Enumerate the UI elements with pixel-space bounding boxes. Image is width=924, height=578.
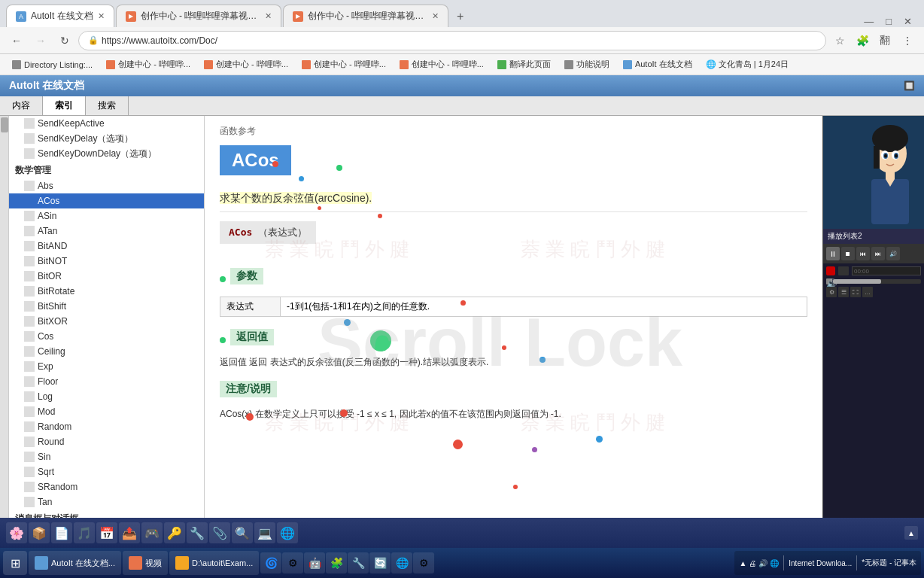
sidebar-item-atan[interactable]: ATan [9,224,204,239]
dock2-icon-11[interactable]: 🔍 [232,522,253,543]
sidebar-item-sendkeepactive[interactable]: SendKeepActive [9,116,204,131]
sidebar-icon-sendkeepactive [24,118,35,129]
dock2-icon-6[interactable]: 📤 [119,522,140,543]
address-text: https://www.autoitx.com/Doc/ [102,35,217,46]
dock2-icon-13[interactable]: 🌐 [277,522,298,543]
sidebar-scrollbar[interactable] [0,116,9,578]
sidebar-item-srandom[interactable]: SRandom [9,479,204,494]
bookmark-bilibili3[interactable]: 创建中心 - 哔哩哔... [296,56,392,73]
stop-button[interactable]: ⏹ [841,247,855,260]
sidebar-item-round[interactable]: Round [9,434,204,449]
sidebar-item-sendkeydowndelay[interactable]: SendKeyDownDelay（选项） [9,146,204,161]
taskbar-arrow-up[interactable]: ▲ [904,526,918,540]
sidebar-item-floor[interactable]: Floor [9,374,204,389]
sidebar-item-log[interactable]: Log [9,389,204,404]
volume-button[interactable]: 🔊 [886,247,900,260]
taskbar-item-video[interactable]: 视频 [123,551,168,575]
extensions-button[interactable]: 🧩 [852,30,873,51]
sidebar-item-mod[interactable]: Mod [9,404,204,419]
taskbar-item-autoit[interactable]: AutoIt 在线文档... [29,551,121,575]
dock-icon-2[interactable]: ⚙ [282,552,303,573]
tab-index[interactable]: 索引 [43,96,86,115]
bookmark-directory[interactable]: Directory Listing:... [6,56,99,73]
dock2-icon-4[interactable]: 🎵 [74,522,95,543]
tray-up-arrow[interactable]: ▲ [739,559,746,567]
dock2-icon-12[interactable]: 💻 [254,522,275,543]
dock-icon-7[interactable]: 🌐 [391,552,412,573]
sidebar-item-bitshift[interactable]: BitShift [9,299,204,314]
bookmark-icon-bilibili4 [400,60,409,69]
dock-icon-8[interactable]: ⚙ [413,552,434,573]
sidebar-item-ceiling[interactable]: Ceiling [9,344,204,359]
dock-icon-6[interactable]: 🔄 [369,552,391,573]
close-button[interactable]: ✕ [898,16,918,27]
maximize-button[interactable]: □ [880,16,898,27]
tab-close-bilibili1[interactable]: ✕ [265,11,272,21]
sidebar-item-cos[interactable]: Cos [9,329,204,344]
sidebar-item-bitxor[interactable]: BitXOR [9,314,204,329]
dock-icon-1[interactable]: 🌀 [260,552,281,573]
tab-bilibili2[interactable]: ▶ 创作中心 - 哔哩哔哩弹幕视频网 ✕ [283,5,448,27]
play-pause-button[interactable]: ⏸ [826,247,840,260]
settings-icon[interactable]: ⚙ [826,287,837,297]
bookmark-bilibili4[interactable]: 创建中心 - 哔哩哔... [394,56,490,73]
tab-bilibili1[interactable]: ▶ 创作中心 - 哔哩哔哩弹幕视频网 ✕ [116,5,281,27]
translate-button[interactable]: 翻 [874,30,895,51]
dock-icon-3[interactable]: 🤖 [304,552,325,573]
sidebar-item-bitor[interactable]: BitOR [9,269,204,284]
bookmark-bilibili1[interactable]: 创建中心 - 哔哩哔... [100,56,196,73]
dock2-icon-9[interactable]: 🔧 [187,522,208,543]
fullscreen-icon[interactable]: ⛶ [850,287,861,297]
sidebar-item-asin[interactable]: ASin [9,208,204,224]
star-button[interactable]: ☆ [829,30,850,51]
menu-button[interactable]: ⋮ [897,30,918,51]
dock2-icon-10[interactable]: 📎 [209,522,230,543]
app-header: AutoIt 在线文档 🔲 [0,75,924,96]
sidebar-item-sqrt[interactable]: Sqrt [9,464,204,479]
list-icon[interactable]: ☰ [838,287,849,297]
bookmark-funcdoc[interactable]: 功能说明 [558,56,615,73]
bookmark-bilibili2[interactable]: 创建中心 - 哔哩哔... [198,56,294,73]
address-bar[interactable]: 🔒 https://www.autoitx.com/Doc/ [78,31,826,50]
more-icon[interactable]: … [862,287,873,297]
dock2-icon-8[interactable]: 🔑 [164,522,185,543]
tab-autoit[interactable]: A AutoIt 在线文档 ✕ [6,5,114,27]
sidebar-item-acos[interactable]: ACos [9,193,204,208]
next-button[interactable]: ⏭ [871,247,885,260]
sidebar-item-abs[interactable]: Abs [9,178,204,193]
sidebar-item-bitrotate[interactable]: BitRotate [9,284,204,299]
sidebar-item-sin[interactable]: Sin [9,449,204,464]
bookmark-autoit[interactable]: AutoIt 在线文档 [617,56,698,73]
reload-button[interactable]: ↻ [54,30,75,51]
taskbar-item-explorer[interactable]: D:\autoit\Exam... [169,551,259,575]
sidebar-item-tan[interactable]: Tan [9,494,204,510]
minimize-button[interactable]: — [858,16,880,27]
dock-icon-5[interactable]: 🔧 [348,552,369,573]
tab-icon-bilibili2: ▶ [293,11,303,22]
dock2-icon-5[interactable]: 📅 [96,522,117,543]
dock2-icon-7[interactable]: 🎮 [141,522,163,543]
sidebar-item-exp[interactable]: Exp [9,359,204,374]
sidebar-item-bitand[interactable]: BitAND [9,239,204,254]
tab-close-autoit[interactable]: ✕ [98,11,105,21]
bookmark-translate[interactable]: 翻译此页面 [491,56,557,73]
forward-button[interactable]: → [30,30,51,51]
svg-rect-10 [886,170,895,179]
dock2-icon-3[interactable]: 📄 [51,522,72,543]
prev-button[interactable]: ⏮ [856,247,870,260]
tab-content[interactable]: 内容 [0,96,43,115]
dock2-icon-1[interactable]: 🌸 [6,522,27,543]
sidebar-item-bitnot[interactable]: BitNOT [9,254,204,269]
sidebar-item-sendkeydelay[interactable]: SendKeyDelay（选项） [9,131,204,146]
start-button[interactable]: ⊞ [3,551,27,575]
bookmark-culture[interactable]: 🌐 文化青岛 | 1月24日 [700,56,795,73]
syntax-keyword: ACos [229,227,252,238]
tab-search[interactable]: 搜索 [86,96,129,115]
dock2-icon-2[interactable]: 📦 [29,522,50,543]
tab-close-bilibili2[interactable]: ✕ [432,11,439,21]
vol-bars: 🔊 [826,278,921,284]
back-button[interactable]: ← [6,30,27,51]
new-tab-button[interactable]: + [450,6,471,27]
dock-icon-4[interactable]: 🧩 [326,552,347,573]
sidebar-item-random[interactable]: Random [9,419,204,434]
